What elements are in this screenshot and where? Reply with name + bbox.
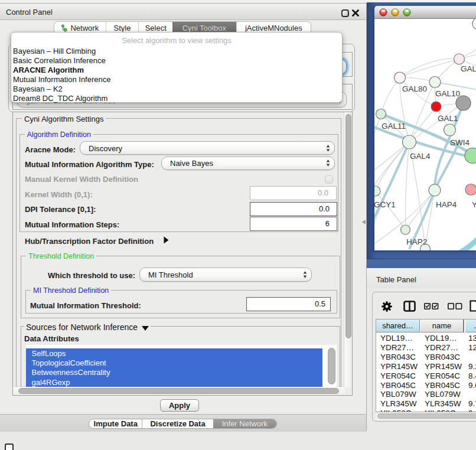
svg-text:GAL4: GAL4 [410, 152, 431, 161]
svg-text:HAP2: HAP2 [406, 237, 427, 246]
svg-text:SWI4: SWI4 [450, 138, 470, 147]
svg-text:HAP4: HAP4 [436, 200, 457, 209]
svg-text:GAL10: GAL10 [435, 89, 460, 98]
svg-text:GAL80: GAL80 [402, 84, 427, 93]
svg-text:GAL7: GAL7 [461, 64, 476, 73]
svg-text:GCY1: GCY1 [374, 200, 396, 209]
svg-text:YDR: YDR [472, 200, 476, 209]
svg-text:GAL1: GAL1 [438, 113, 458, 122]
svg-text:GAL11: GAL11 [382, 122, 406, 131]
